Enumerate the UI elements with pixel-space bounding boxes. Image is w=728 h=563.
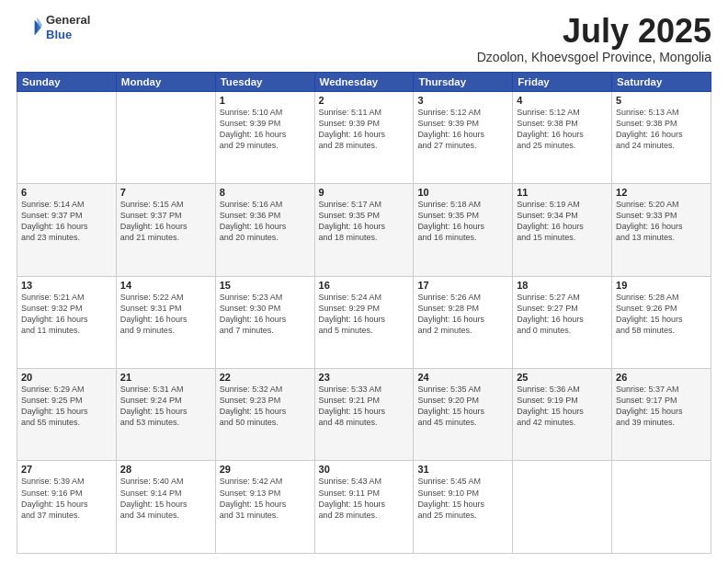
- day-number: 31: [417, 464, 508, 475]
- day-info: Sunrise: 5:32 AM Sunset: 9:23 PM Dayligh…: [220, 384, 311, 429]
- calendar-cell: 12Sunrise: 5:20 AM Sunset: 9:33 PM Dayli…: [612, 184, 711, 276]
- day-number: 29: [220, 464, 311, 475]
- calendar-cell: 15Sunrise: 5:23 AM Sunset: 9:30 PM Dayli…: [215, 276, 314, 368]
- day-number: 12: [616, 187, 707, 198]
- month-title: July 2025: [477, 13, 711, 50]
- calendar-day-header: Wednesday: [314, 72, 414, 91]
- day-info: Sunrise: 5:27 AM Sunset: 9:27 PM Dayligh…: [517, 292, 608, 337]
- day-info: Sunrise: 5:23 AM Sunset: 9:30 PM Dayligh…: [220, 292, 311, 337]
- day-info: Sunrise: 5:26 AM Sunset: 9:28 PM Dayligh…: [417, 292, 508, 337]
- calendar-cell: 30Sunrise: 5:43 AM Sunset: 9:11 PM Dayli…: [314, 461, 414, 554]
- calendar-cell: [513, 461, 612, 554]
- day-number: 19: [616, 280, 707, 291]
- day-info: Sunrise: 5:31 AM Sunset: 9:24 PM Dayligh…: [120, 384, 211, 429]
- calendar-day-header: Monday: [116, 72, 215, 91]
- day-info: Sunrise: 5:35 AM Sunset: 9:20 PM Dayligh…: [417, 384, 508, 429]
- day-number: 11: [517, 187, 608, 198]
- day-info: Sunrise: 5:36 AM Sunset: 9:19 PM Dayligh…: [517, 384, 608, 429]
- day-number: 25: [517, 372, 608, 383]
- day-number: 23: [319, 372, 410, 383]
- header: General Blue July 2025 Dzoolon, Khoevsgo…: [17, 13, 711, 64]
- calendar-day-header: Sunday: [17, 72, 117, 91]
- calendar-cell: 22Sunrise: 5:32 AM Sunset: 9:23 PM Dayli…: [215, 369, 314, 461]
- day-info: Sunrise: 5:21 AM Sunset: 9:32 PM Dayligh…: [21, 292, 112, 337]
- logo-text: General Blue: [46, 13, 90, 41]
- day-info: Sunrise: 5:10 AM Sunset: 9:39 PM Dayligh…: [220, 107, 311, 152]
- calendar-cell: 20Sunrise: 5:29 AM Sunset: 9:25 PM Dayli…: [17, 369, 117, 461]
- day-number: 5: [616, 95, 707, 106]
- logo: General Blue: [17, 13, 90, 41]
- day-info: Sunrise: 5:45 AM Sunset: 9:10 PM Dayligh…: [417, 476, 508, 521]
- location-subtitle: Dzoolon, Khoevsgoel Province, Mongolia: [477, 50, 711, 64]
- day-number: 16: [319, 280, 410, 291]
- day-info: Sunrise: 5:19 AM Sunset: 9:34 PM Dayligh…: [517, 199, 608, 244]
- day-info: Sunrise: 5:33 AM Sunset: 9:21 PM Dayligh…: [319, 384, 410, 429]
- calendar-cell: 23Sunrise: 5:33 AM Sunset: 9:21 PM Dayli…: [314, 369, 414, 461]
- logo-blue: Blue: [46, 28, 90, 42]
- calendar-cell: 3Sunrise: 5:12 AM Sunset: 9:39 PM Daylig…: [414, 91, 513, 183]
- day-number: 26: [616, 372, 707, 383]
- calendar-day-header: Thursday: [414, 72, 513, 91]
- calendar-week-row: 6Sunrise: 5:14 AM Sunset: 9:37 PM Daylig…: [17, 184, 711, 276]
- day-number: 2: [319, 95, 410, 106]
- svg-marker-1: [37, 17, 42, 32]
- day-info: Sunrise: 5:13 AM Sunset: 9:38 PM Dayligh…: [616, 107, 707, 152]
- calendar-cell: 14Sunrise: 5:22 AM Sunset: 9:31 PM Dayli…: [116, 276, 215, 368]
- day-number: 14: [120, 280, 211, 291]
- day-info: Sunrise: 5:28 AM Sunset: 9:26 PM Dayligh…: [616, 292, 707, 337]
- day-info: Sunrise: 5:20 AM Sunset: 9:33 PM Dayligh…: [616, 199, 707, 244]
- day-info: Sunrise: 5:17 AM Sunset: 9:35 PM Dayligh…: [319, 199, 410, 244]
- calendar-cell: 13Sunrise: 5:21 AM Sunset: 9:32 PM Dayli…: [17, 276, 117, 368]
- calendar-cell: 16Sunrise: 5:24 AM Sunset: 9:29 PM Dayli…: [314, 276, 414, 368]
- calendar-cell: 8Sunrise: 5:16 AM Sunset: 9:36 PM Daylig…: [215, 184, 314, 276]
- calendar-cell: 19Sunrise: 5:28 AM Sunset: 9:26 PM Dayli…: [612, 276, 711, 368]
- calendar-cell: 10Sunrise: 5:18 AM Sunset: 9:35 PM Dayli…: [414, 184, 513, 276]
- day-info: Sunrise: 5:14 AM Sunset: 9:37 PM Dayligh…: [21, 199, 112, 244]
- calendar-week-row: 20Sunrise: 5:29 AM Sunset: 9:25 PM Dayli…: [17, 369, 711, 461]
- day-number: 20: [21, 372, 112, 383]
- calendar-cell: 26Sunrise: 5:37 AM Sunset: 9:17 PM Dayli…: [612, 369, 711, 461]
- calendar-cell: 2Sunrise: 5:11 AM Sunset: 9:39 PM Daylig…: [314, 91, 414, 183]
- page: General Blue July 2025 Dzoolon, Khoevsgo…: [0, 0, 728, 563]
- day-number: 9: [319, 187, 410, 198]
- calendar-cell: 7Sunrise: 5:15 AM Sunset: 9:37 PM Daylig…: [116, 184, 215, 276]
- calendar-cell: 27Sunrise: 5:39 AM Sunset: 9:16 PM Dayli…: [17, 461, 117, 554]
- calendar-week-row: 13Sunrise: 5:21 AM Sunset: 9:32 PM Dayli…: [17, 276, 711, 368]
- calendar-cell: 25Sunrise: 5:36 AM Sunset: 9:19 PM Dayli…: [513, 369, 612, 461]
- calendar-cell: 29Sunrise: 5:42 AM Sunset: 9:13 PM Dayli…: [215, 461, 314, 554]
- day-info: Sunrise: 5:29 AM Sunset: 9:25 PM Dayligh…: [21, 384, 112, 429]
- calendar-cell: 21Sunrise: 5:31 AM Sunset: 9:24 PM Dayli…: [116, 369, 215, 461]
- calendar-week-row: 27Sunrise: 5:39 AM Sunset: 9:16 PM Dayli…: [17, 461, 711, 554]
- day-number: 8: [220, 187, 311, 198]
- calendar-day-header: Saturday: [612, 72, 711, 91]
- calendar-cell: 4Sunrise: 5:12 AM Sunset: 9:38 PM Daylig…: [513, 91, 612, 183]
- day-number: 3: [417, 95, 508, 106]
- calendar-cell: 6Sunrise: 5:14 AM Sunset: 9:37 PM Daylig…: [17, 184, 117, 276]
- day-info: Sunrise: 5:24 AM Sunset: 9:29 PM Dayligh…: [319, 292, 410, 337]
- day-number: 4: [517, 95, 608, 106]
- calendar-cell: 18Sunrise: 5:27 AM Sunset: 9:27 PM Dayli…: [513, 276, 612, 368]
- day-info: Sunrise: 5:11 AM Sunset: 9:39 PM Dayligh…: [319, 107, 410, 152]
- calendar-cell: [612, 461, 711, 554]
- day-number: 27: [21, 464, 112, 475]
- day-info: Sunrise: 5:12 AM Sunset: 9:38 PM Dayligh…: [517, 107, 608, 152]
- calendar-week-row: 1Sunrise: 5:10 AM Sunset: 9:39 PM Daylig…: [17, 91, 711, 183]
- day-info: Sunrise: 5:40 AM Sunset: 9:14 PM Dayligh…: [120, 476, 211, 521]
- day-number: 17: [417, 280, 508, 291]
- calendar-cell: 1Sunrise: 5:10 AM Sunset: 9:39 PM Daylig…: [215, 91, 314, 183]
- day-number: 15: [220, 280, 311, 291]
- day-info: Sunrise: 5:18 AM Sunset: 9:35 PM Dayligh…: [417, 199, 508, 244]
- calendar-cell: 31Sunrise: 5:45 AM Sunset: 9:10 PM Dayli…: [414, 461, 513, 554]
- day-number: 10: [417, 187, 508, 198]
- calendar-cell: [17, 91, 117, 183]
- calendar-day-header: Friday: [513, 72, 612, 91]
- day-info: Sunrise: 5:15 AM Sunset: 9:37 PM Dayligh…: [120, 199, 211, 244]
- day-info: Sunrise: 5:37 AM Sunset: 9:17 PM Dayligh…: [616, 384, 707, 429]
- calendar-table: SundayMondayTuesdayWednesdayThursdayFrid…: [17, 72, 711, 554]
- day-info: Sunrise: 5:42 AM Sunset: 9:13 PM Dayligh…: [220, 476, 311, 521]
- calendar-cell: 9Sunrise: 5:17 AM Sunset: 9:35 PM Daylig…: [314, 184, 414, 276]
- logo-general: General: [46, 13, 90, 28]
- day-number: 30: [319, 464, 410, 475]
- title-area: July 2025 Dzoolon, Khoevsgoel Province, …: [477, 13, 711, 64]
- day-number: 13: [21, 280, 112, 291]
